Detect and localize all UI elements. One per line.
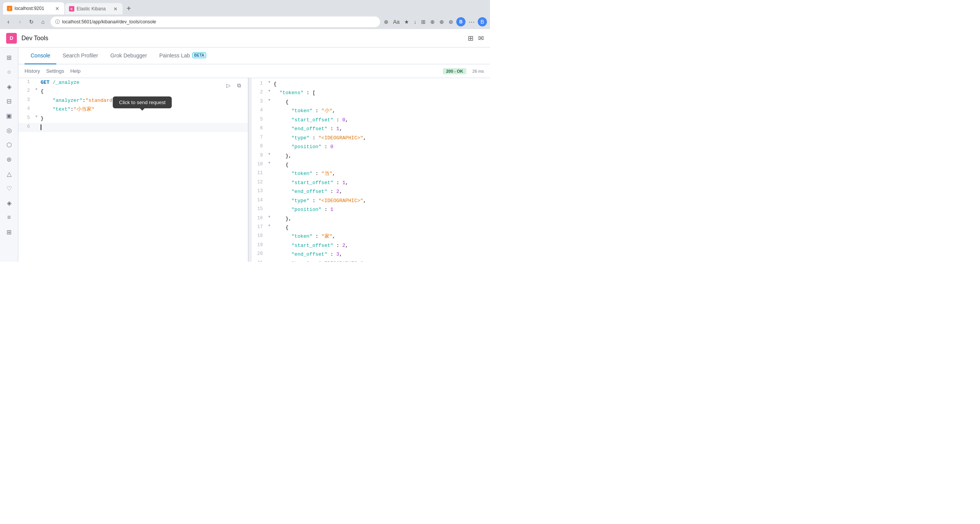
browser-tab-2[interactable]: E Elastic Kibana ✕: [65, 3, 123, 15]
out-num-17: 17: [251, 223, 267, 231]
editor-line-2: 2 ▼ {: [18, 87, 248, 96]
tab1-close[interactable]: ✕: [54, 5, 61, 12]
browser-icon-3[interactable]: ★: [403, 17, 411, 26]
out-num-5: 5: [251, 116, 267, 124]
sidebar-item-visualize[interactable]: ◈: [2, 80, 16, 93]
out-num-19: 19: [251, 241, 267, 249]
code-editor[interactable]: 1 GET /_analyze 2 ▼ { 3: [18, 78, 248, 262]
tab1-title: localhost:9201: [15, 6, 52, 11]
browser-icon-8[interactable]: ⊛: [447, 17, 455, 26]
address-bar[interactable]: ⓘ: [51, 16, 380, 27]
editor-line-6: 6: [18, 123, 248, 132]
kibana-app-title: Dev Tools: [21, 35, 48, 42]
home-button[interactable]: ⌂: [38, 16, 48, 27]
line-fold-2[interactable]: ▼: [34, 87, 39, 93]
browser-icon-4[interactable]: ↓: [412, 17, 418, 26]
line-num-3: 3: [18, 96, 34, 104]
output-line-12: 12 "start_offset" : 1,: [251, 178, 490, 187]
settings-button[interactable]: Settings: [46, 67, 64, 75]
sidebar-item-maps[interactable]: ◎: [2, 123, 16, 137]
sidebar-item-uptime[interactable]: ♡: [2, 181, 16, 195]
out-fold-3[interactable]: ▼: [267, 98, 272, 103]
out-num-20: 20: [251, 250, 267, 258]
out-num-13: 13: [251, 187, 267, 195]
line-num-6: 6: [18, 123, 34, 131]
forward-button[interactable]: ›: [15, 16, 25, 27]
out-content-1: {: [272, 80, 490, 88]
tab-painless-lab[interactable]: Painless Lab BETA: [153, 47, 213, 64]
sidebar-item-home[interactable]: ⊞: [2, 51, 16, 64]
copy-as-curl-icon[interactable]: ⧉: [235, 81, 243, 90]
console-panels: Click to send request ▷ ⧉ 1 GET /_ana: [18, 78, 490, 262]
out-num-16: 16: [251, 214, 267, 222]
browser-icon-2[interactable]: Aa: [392, 17, 401, 26]
tab2-close[interactable]: ✕: [112, 6, 119, 12]
panel-divider[interactable]: ⋮: [248, 78, 251, 262]
output-line-13: 13 "end_offset" : 2,: [251, 187, 490, 196]
out-content-11: "token" : "当",: [272, 169, 490, 178]
output-line-5: 5 "start_offset" : 0,: [251, 116, 490, 124]
out-num-7: 7: [251, 134, 267, 142]
header-icon-1[interactable]: ⊞: [468, 34, 474, 42]
out-fold-1[interactable]: ▼: [267, 80, 272, 85]
out-fold-10[interactable]: ▼: [267, 160, 272, 166]
out-fold-16[interactable]: ▼: [267, 214, 272, 220]
refresh-button[interactable]: ↻: [26, 16, 37, 27]
beta-badge: BETA: [192, 52, 206, 58]
out-num-6: 6: [251, 124, 267, 132]
browser-icon-7[interactable]: ⊕: [438, 17, 446, 26]
sidebar-item-infra[interactable]: ⊞: [2, 225, 16, 239]
out-content-6: "end_offset" : 1,: [272, 124, 490, 133]
output-line-17: 17 ▼ {: [251, 223, 490, 232]
line-fold-5[interactable]: ▼: [34, 114, 39, 120]
output-line-8: 8 "position" : 0: [251, 142, 490, 151]
sidebar-item-siem[interactable]: ◈: [2, 196, 16, 210]
out-num-4: 4: [251, 106, 267, 114]
line-content-1: GET /_analyze: [39, 78, 248, 87]
dev-tools-nav: Console Search Profiler Grok Debugger Pa…: [18, 47, 490, 64]
out-content-12: "start_offset" : 1,: [272, 178, 490, 187]
out-fold-9[interactable]: ▼: [267, 152, 272, 157]
sidebar-item-logs[interactable]: ≡: [2, 211, 16, 224]
sidebar-item-canvas[interactable]: ▣: [2, 109, 16, 122]
sidebar-item-discover[interactable]: ○: [2, 65, 16, 79]
out-content-5: "start_offset" : 0,: [272, 116, 490, 124]
sidebar-item-ml[interactable]: ⬡: [2, 138, 16, 152]
editor-panel: Click to send request ▷ ⧉ 1 GET /_ana: [18, 78, 248, 262]
out-fold-2[interactable]: ▼: [267, 88, 272, 94]
out-content-7: "type" : "<IDEOGRAPHIC>",: [272, 134, 490, 142]
out-content-19: "start_offset" : 2,: [272, 241, 490, 250]
tab1-favicon: l: [7, 6, 12, 11]
address-input[interactable]: [62, 19, 375, 24]
line-num-5: 5: [18, 114, 34, 122]
browser-tab-1[interactable]: l localhost:9201 ✕: [3, 2, 64, 15]
new-tab-button[interactable]: +: [123, 3, 134, 14]
extension-icon[interactable]: B: [478, 17, 487, 26]
history-button[interactable]: History: [25, 67, 40, 75]
sidebar-item-apm[interactable]: △: [2, 167, 16, 181]
console-toolbar: History Settings Help 200 - OK 26 ms: [18, 64, 490, 78]
tab2-favicon: E: [69, 6, 74, 11]
more-menu-button[interactable]: ⋯: [467, 17, 476, 27]
output-line-2: 2 ▼ "tokens" : [: [251, 88, 490, 97]
sidebar-item-dashboard[interactable]: ⊟: [2, 94, 16, 108]
kibana-app: D Dev Tools ⊞ ✉ ⊞ ○ ◈ ⊟ ▣ ◎ ⬡ ⊛ △ ♡ ◈ ≡ …: [0, 29, 490, 262]
browser-icon-6[interactable]: ⊕: [429, 17, 436, 26]
kibana-logo: D: [6, 33, 17, 44]
profile-avatar[interactable]: B: [456, 17, 465, 26]
help-button[interactable]: Help: [70, 67, 80, 75]
out-fold-17[interactable]: ▼: [267, 223, 272, 229]
browser-icon-1[interactable]: ⊕: [382, 17, 390, 26]
browser-icon-5[interactable]: ⊞: [420, 17, 427, 26]
tab-console[interactable]: Console: [25, 47, 56, 64]
out-num-12: 12: [251, 178, 267, 186]
tab-search-profiler[interactable]: Search Profiler: [56, 47, 104, 64]
header-icon-2[interactable]: ✉: [478, 34, 484, 42]
line-content-5: }: [39, 114, 248, 123]
sidebar-item-graph[interactable]: ⊛: [2, 152, 16, 166]
tab-grok-debugger[interactable]: Grok Debugger: [104, 47, 153, 64]
back-button[interactable]: ‹: [3, 16, 14, 27]
editor-action-icons: ▷ ⧉: [224, 81, 243, 90]
send-request-icon[interactable]: ▷: [224, 81, 233, 90]
editor-line-1: 1 GET /_analyze: [18, 78, 248, 87]
